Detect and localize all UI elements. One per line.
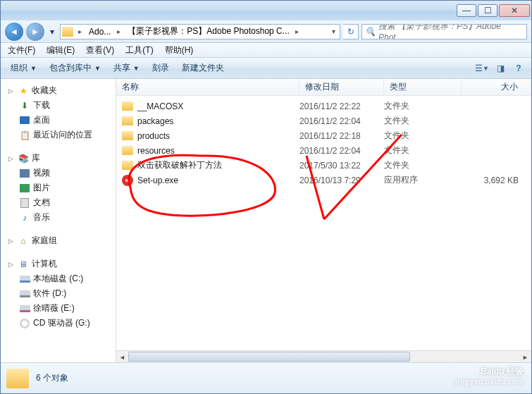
burn-button[interactable]: 刻录 [147,59,175,77]
scroll-left-button[interactable]: ◄ [116,351,128,363]
preview-pane-button[interactable]: ◨ [492,60,509,77]
history-dropdown[interactable]: ▾ [47,27,57,37]
include-in-library[interactable]: 包含到库中▼ [44,59,106,77]
status-bar: 6 个对象 [1,362,531,393]
new-folder-button[interactable]: 新建文件夹 [176,59,230,77]
file-type: 文件夹 [384,144,462,156]
file-type: 文件夹 [384,130,462,142]
file-type: 应用程序 [384,174,462,186]
drive-icon [19,303,30,314]
file-name: products [137,131,170,141]
sidebar-item-recent[interactable]: 📋最近访问的位置 [1,128,116,142]
scroll-right-button[interactable]: ► [519,351,531,363]
picture-icon [19,183,30,194]
breadcrumb-separator[interactable]: ▸ [292,27,302,35]
file-date: 2016/11/2 22:18 [299,131,384,141]
file-name: resources [137,146,175,156]
file-name: Set-up.exe [137,176,178,185]
menu-bar: 文件(F) 编辑(E) 查看(V) 工具(T) 帮助(H) [1,43,531,58]
breadcrumb-item[interactable]: Ado... [85,25,113,39]
command-bar: 组织▼ 包含到库中▼ 共享▼ 刻录 新建文件夹 ☰ ▼ ◨ ? [1,58,531,79]
help-button[interactable]: ? [510,60,527,77]
search-placeholder: 搜索 【栗子影视界：PS】Adobe Phot... [378,24,524,39]
search-input[interactable]: 🔍 搜索 【栗子影视界：PS】Adobe Phot... [361,24,527,39]
folder-icon [6,369,29,388]
breadcrumb-separator[interactable]: ▸ [75,27,85,35]
cd-icon [19,318,30,329]
address-bar: ◄ ► ▾ ▸ Ado... ▸ 【栗子影视界：PS】Adobe Photosh… [1,20,531,43]
star-icon: ★ [18,85,29,97]
organize-menu[interactable]: 组织▼ [5,59,42,77]
file-name: packages [137,116,173,126]
sidebar-item-video[interactable]: 视频 [1,166,116,180]
share-menu[interactable]: 共享▼ [108,59,145,77]
menu-tools[interactable]: 工具(T) [121,43,157,58]
minimize-button[interactable]: — [457,4,476,17]
file-date: 2017/5/30 13:22 [299,161,384,171]
folder-icon [122,161,133,170]
column-size[interactable]: 大小 [462,78,531,96]
homegroup-icon: ⌂ [18,235,29,247]
column-type[interactable]: 类型 [384,78,462,96]
sidebar-item-library[interactable]: ▷📚库 [1,151,116,166]
file-row[interactable]: __MACOSX2016/11/2 22:22文件夹 [116,99,531,113]
refresh-button[interactable]: ↻ [343,24,359,39]
file-size: 3,692 KB [462,176,531,185]
sidebar-item-favorites[interactable]: ▷★收藏夹 [1,83,116,98]
search-icon: 🔍 [365,27,376,37]
file-type: 文件夹 [384,159,462,171]
breadcrumb-separator[interactable]: ▸ [113,27,123,35]
column-date[interactable]: 修改日期 [299,78,384,96]
horizontal-scrollbar[interactable]: ◄ ► [116,350,531,362]
file-name: __MACOSX [137,101,183,111]
sidebar-item-homegroup[interactable]: ▷⌂家庭组 [1,233,116,248]
sidebar-item-drive-d[interactable]: 软件 (D:) [1,286,116,301]
file-list-pane: 名称 修改日期 类型 大小 __MACOSX2016/11/2 22:22文件夹… [116,79,531,362]
sidebar-item-music[interactable]: ♪音乐 [1,210,116,225]
status-text: 6 个对象 [36,372,68,384]
maximize-button[interactable]: ☐ [478,4,497,17]
recent-icon: 📋 [19,130,30,141]
breadcrumb-dropdown[interactable]: ▾ [330,27,340,35]
folder-icon [122,101,133,111]
folder-icon [122,146,133,155]
file-date: 2016/11/2 22:04 [299,116,384,126]
breadcrumb-item[interactable]: 【栗子影视界：PS】Adobe Photoshop C... [123,25,292,39]
file-name: 双击获取破解补丁方法 [137,159,222,171]
menu-edit[interactable]: 编辑(E) [42,43,79,58]
file-type: 文件夹 [384,115,462,127]
sidebar-item-drive-e[interactable]: 徐晴薇 (E:) [1,301,116,316]
file-row[interactable]: ∞Set-up.exe2016/10/13 7:29应用程序3,692 KB [116,173,531,187]
file-rows: __MACOSX2016/11/2 22:22文件夹packages2016/1… [116,96,531,350]
file-row[interactable]: 双击获取破解补丁方法2017/5/30 13:22文件夹 [116,158,531,173]
music-icon: ♪ [19,212,30,223]
sidebar-item-drive-c[interactable]: 本地磁盘 (C:) [1,271,116,286]
breadcrumb-bar[interactable]: ▸ Ado... ▸ 【栗子影视界：PS】Adobe Photoshop C..… [60,24,340,39]
sidebar-item-downloads[interactable]: ⬇下载 [1,98,116,113]
folder-icon [122,131,133,140]
drive-icon [19,288,30,300]
menu-file[interactable]: 文件(F) [4,43,39,58]
file-date: 2016/11/2 22:22 [299,101,384,111]
navigation-pane: ▷★收藏夹 ⬇下载 桌面 📋最近访问的位置 ▷📚库 视频 图片 文档 ♪音乐 ▷… [1,79,116,362]
sidebar-item-pictures[interactable]: 图片 [1,180,116,195]
scroll-thumb[interactable] [128,352,410,362]
menu-help[interactable]: 帮助(H) [161,43,198,58]
file-row[interactable]: resources2016/11/2 22:04文件夹 [116,143,531,158]
view-options-button[interactable]: ☰ ▼ [474,60,490,77]
sidebar-item-desktop[interactable]: 桌面 [1,113,116,128]
column-name[interactable]: 名称 [116,78,299,96]
file-date: 2016/10/13 7:29 [299,176,384,185]
sidebar-item-computer[interactable]: ▷🖥计算机 [1,257,116,271]
back-button[interactable]: ◄ [5,23,23,41]
file-row[interactable]: packages2016/11/2 22:04文件夹 [116,113,531,128]
sidebar-item-cd-drive[interactable]: CD 驱动器 (G:) [1,316,116,331]
desktop-icon [19,115,30,126]
sidebar-item-documents[interactable]: 文档 [1,195,116,210]
close-button[interactable]: ✕ [499,4,530,17]
file-row[interactable]: products2016/11/2 22:18文件夹 [116,128,531,143]
explorer-window: — ☐ ✕ ◄ ► ▾ ▸ Ado... ▸ 【栗子影视界：PS】Adobe P… [0,0,532,394]
menu-view[interactable]: 查看(V) [82,43,118,58]
file-type: 文件夹 [384,100,462,112]
forward-button[interactable]: ► [26,23,44,41]
